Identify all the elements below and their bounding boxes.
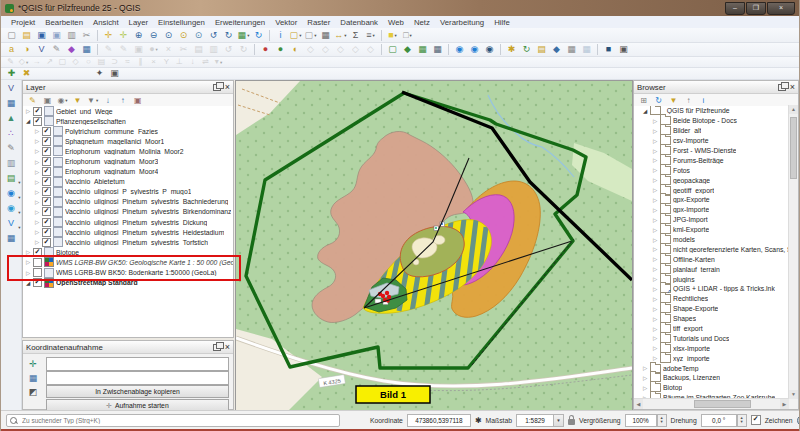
new-print-layout-icon[interactable]: ▥ xyxy=(64,29,79,42)
menu-einstellungen[interactable]: Einstellungen xyxy=(153,18,210,27)
scrollbar-thumb[interactable] xyxy=(790,117,797,179)
expand-icon[interactable]: ▷ xyxy=(34,169,40,175)
browser-item[interactable]: ▷Bilder_alt xyxy=(634,126,789,136)
browser-item[interactable]: ▷geotiff_export xyxy=(634,185,789,195)
layer-item[interactable]: ▷✓Eriophorum_vaginatum_Moor4 xyxy=(23,167,233,177)
expand-icon[interactable]: ▷ xyxy=(652,187,658,193)
menu-verarbeitung[interactable]: Verarbeitung xyxy=(435,18,489,27)
undock-panel-icon[interactable] xyxy=(213,344,221,351)
expand-icon[interactable]: ▷ xyxy=(652,167,658,173)
expand-icon[interactable]: ▷ xyxy=(652,237,658,243)
browser-item[interactable]: ▷Beide Biotope - Docs xyxy=(634,116,789,126)
refresh-browser-icon[interactable]: ↻ xyxy=(652,95,665,106)
browser-panel-header[interactable]: Browser × xyxy=(634,81,798,94)
map-tips-icon[interactable]: □▾ xyxy=(400,29,415,42)
expand-icon[interactable]: ▷ xyxy=(652,296,658,302)
layer-checkbox[interactable]: ✓ xyxy=(42,147,51,156)
processing-model-icon[interactable]: ◆ xyxy=(549,43,564,56)
plugin-green-icon[interactable]: ✚ xyxy=(4,67,19,80)
browser-item[interactable]: ▷QGIS + LIDAR - tipps & Tricks.lnk xyxy=(634,284,789,294)
expand-icon[interactable]: ▷ xyxy=(652,256,658,262)
layer-checkbox[interactable]: ✓ xyxy=(42,197,51,206)
browser-item[interactable]: ▷geopackage xyxy=(634,175,789,185)
measure-icon[interactable]: ↔▾ xyxy=(333,29,348,42)
layer-item[interactable]: ▷✓Sphagnetum_magellanici_Moor1 xyxy=(23,136,233,146)
add-wfs-layer-icon[interactable]: ◉ xyxy=(482,43,497,56)
new-project-icon[interactable]: ▢ xyxy=(4,29,19,42)
processing-toolbox-icon[interactable]: ✱ xyxy=(504,43,519,56)
attributes-grid-icon[interactable]: ▦ xyxy=(564,43,579,56)
maximize-button[interactable]: ❐ xyxy=(746,2,766,15)
measure-angle-icon[interactable]: ✖ xyxy=(19,67,34,80)
expand-icon[interactable]: ▷ xyxy=(652,118,658,124)
layer-item[interactable]: ▷✓Vaccinio_uliginosi_Pinetum_sylvestris_… xyxy=(23,217,233,227)
minimize-button[interactable]: – xyxy=(725,2,745,15)
zoom-last-icon[interactable]: ↺ xyxy=(206,29,221,42)
expand-icon[interactable]: ▷ xyxy=(34,199,40,205)
browser-item[interactable]: ▷Shapes xyxy=(634,314,789,324)
map-extent-icon[interactable]: ▣ xyxy=(616,43,631,56)
layer-checkbox[interactable]: ✓ xyxy=(42,238,51,247)
expand-icon[interactable]: ▷ xyxy=(652,177,658,183)
browser-item[interactable]: ▷Rechtliches xyxy=(634,294,789,304)
search-input[interactable] xyxy=(20,416,336,425)
add-vector-layer-icon[interactable]: V xyxy=(4,82,19,95)
expand-icon[interactable]: ▷ xyxy=(34,138,40,144)
expand-icon[interactable]: ▷ xyxy=(652,197,658,203)
expand-icon[interactable]: ▷ xyxy=(34,229,40,235)
menu-bearbeiten[interactable]: Bearbeiten xyxy=(40,18,88,27)
scale-dropdown-icon[interactable]: ▼ xyxy=(554,414,564,427)
menu-erweiterungen[interactable]: Erweiterungen xyxy=(210,18,270,27)
browser-item[interactable]: ▷Offline-Karten xyxy=(634,254,789,264)
browser-item[interactable]: ▷adobeTemp xyxy=(634,363,789,373)
zoom-in-icon[interactable]: ⊕ xyxy=(131,29,146,42)
layer-item[interactable]: ▷✓Eriophorum_vaginatum_Molinia_Moor2 xyxy=(23,146,233,156)
new-spatialite-layer-icon[interactable]: ▦ xyxy=(415,43,430,56)
expand-icon[interactable]: ▷ xyxy=(642,375,648,381)
text-annotation-icon[interactable]: ■▾ xyxy=(385,29,400,42)
close-button[interactable]: × xyxy=(767,2,795,15)
track-mouse-icon[interactable]: ◩ xyxy=(27,386,39,398)
expand-icon[interactable]: ▷ xyxy=(34,148,40,154)
scroll-down-icon[interactable]: ▼ xyxy=(789,390,798,399)
expand-icon[interactable]: ▷ xyxy=(34,189,40,195)
scroll-right-icon[interactable]: ▶ xyxy=(780,399,789,409)
expand-icon[interactable]: ▷ xyxy=(652,276,658,282)
undock-panel-icon[interactable] xyxy=(213,84,221,91)
layers-panel-header[interactable]: Layer × xyxy=(23,81,233,94)
data-source-manager-icon[interactable]: ≡▾ xyxy=(363,29,378,42)
close-panel-icon[interactable]: × xyxy=(790,83,795,91)
expand-icon[interactable]: ▷ xyxy=(652,246,658,252)
browser-item[interactable]: ▷Backups, Lizenzen xyxy=(634,373,789,383)
open-attribute-table-icon[interactable]: ▦ xyxy=(318,29,333,42)
expand-icon[interactable]: ▷ xyxy=(652,286,658,292)
marker-pair-icon[interactable]: ◐ xyxy=(288,43,303,56)
layer-checkbox[interactable]: ✓ xyxy=(42,157,51,166)
expand-icon[interactable]: ▷ xyxy=(652,157,658,163)
add-wfs-icon[interactable]: V▾ xyxy=(4,217,19,230)
expand-icon[interactable]: ▷ xyxy=(652,316,658,322)
expand-icon[interactable]: ▷ xyxy=(34,179,40,185)
zoom-out-icon[interactable]: ⊖ xyxy=(146,29,161,42)
magnifier-value[interactable]: 100% xyxy=(625,414,657,427)
filter-browser-icon[interactable]: ▼ xyxy=(667,95,680,106)
new-map-view-icon[interactable]: ▦▾ xyxy=(236,29,251,42)
layer-item[interactable]: ▷✓Vaccinio_Abietetum xyxy=(23,177,233,187)
add-grid-icon[interactable]: ▦ xyxy=(4,232,19,245)
layer-checkbox[interactable]: ✓ xyxy=(33,117,42,126)
browser-item[interactable]: ▷gpx-Exporte xyxy=(634,195,789,205)
rotation-spinner[interactable]: ▲▼ xyxy=(737,414,747,427)
coordinate-field-1[interactable] xyxy=(46,357,229,371)
expand-icon[interactable]: ▷ xyxy=(652,128,658,134)
browser-item[interactable]: ▷Forums-Beiträge xyxy=(634,155,789,165)
expand-icon[interactable]: ▷ xyxy=(652,148,658,154)
annotation-marker-icon[interactable]: ◆ xyxy=(64,43,79,56)
add-arcgis-icon[interactable]: ◉▾ xyxy=(4,202,19,215)
layer-checkbox[interactable]: ✓ xyxy=(42,167,51,176)
browser-item[interactable]: ◢_QGIS für Pilzfreunde xyxy=(634,106,789,116)
browser-item[interactable]: ▷xyz_importe xyxy=(634,353,789,363)
new-shapefile-layer-icon[interactable]: ▢ xyxy=(385,43,400,56)
browser-item[interactable]: ▷nicht georeferenzierte Karten, Scans, S xyxy=(634,244,789,254)
coordinate-field-2[interactable] xyxy=(46,371,229,385)
add-virtual-layer-icon[interactable]: ▥ xyxy=(4,157,19,170)
